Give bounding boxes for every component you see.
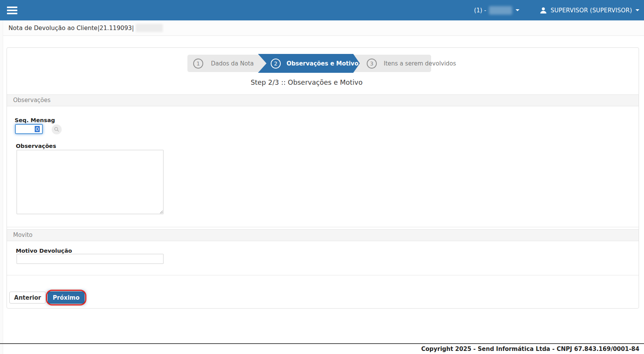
wizard-panel: 1 Dados da Nota 2 Observações e Motivo 3… xyxy=(7,47,639,309)
user-dropdown[interactable]: SUPERVISOR (SUPERVISOR) xyxy=(539,7,639,14)
wizard-step-3[interactable]: 3 Itens a serem devolvidos xyxy=(367,55,431,72)
company-prefix: (1) - xyxy=(474,7,486,14)
copyright-text: Copyright 2025 - Send Informática Ltda -… xyxy=(421,346,639,352)
menu-button[interactable] xyxy=(5,3,20,18)
step-2-label: Observações e Motivo xyxy=(287,60,358,67)
company-dropdown[interactable]: (1) - xyxy=(474,6,519,15)
observacoes-label: Observações xyxy=(16,143,56,149)
page-title: Nota de Devolução ao Cliente|21.119093| xyxy=(8,25,134,32)
user-icon xyxy=(539,7,547,14)
proximo-button-wrap: Próximo xyxy=(48,292,84,304)
seq-mensag-label: Seq. Mensag xyxy=(15,117,55,123)
step-2-indicator: 2 xyxy=(271,59,281,69)
page-left-strip xyxy=(0,20,3,354)
footer-divider xyxy=(0,343,644,344)
seq-mensag-input[interactable]: 0 xyxy=(15,124,43,134)
seq-mensag-value: 0 xyxy=(35,126,40,132)
step-1-indicator: 1 xyxy=(193,59,203,69)
redacted-client-name xyxy=(136,24,163,32)
wizard-steps: 1 Dados da Nota 2 Observações e Motivo 3… xyxy=(187,55,431,72)
user-menu-label: SUPERVISOR (SUPERVISOR) xyxy=(551,7,632,14)
observacoes-textarea[interactable] xyxy=(17,150,164,214)
step-title: Step 2/3 :: Observações e Motivo xyxy=(7,79,606,86)
breadcrumb: Nota de Devolução ao Cliente|21.119093| xyxy=(0,20,644,36)
topbar-right-group: (1) - SUPERVISOR (SUPERVISOR) xyxy=(474,6,644,15)
section-header-observacoes: Observações xyxy=(7,94,639,106)
chevron-down-icon xyxy=(516,9,519,11)
seq-mensag-search-button[interactable] xyxy=(52,124,62,134)
chevron-down-icon xyxy=(636,9,639,11)
step-3-indicator: 3 xyxy=(367,59,377,69)
step-3-label: Itens a serem devolvidos xyxy=(384,60,456,67)
top-navbar: (1) - SUPERVISOR (SUPERVISOR) xyxy=(0,0,644,20)
wizard-step-2-active[interactable]: 2 Observações e Motivo xyxy=(258,54,360,73)
section-divider xyxy=(7,275,639,275)
motivo-devolucao-label: Motivo Devolução xyxy=(16,248,72,254)
redacted-company-name xyxy=(489,6,512,15)
section-divider xyxy=(7,227,639,227)
motivo-devolucao-input[interactable] xyxy=(17,254,164,264)
step-1-label: Dados da Nota xyxy=(211,60,254,67)
section-header-motivo: Movito xyxy=(7,229,639,241)
search-icon xyxy=(54,127,59,132)
anterior-button[interactable]: Anterior xyxy=(9,292,46,304)
wizard-step-1[interactable]: 1 Dados da Nota xyxy=(187,55,258,72)
proximo-button[interactable]: Próximo xyxy=(48,292,84,304)
